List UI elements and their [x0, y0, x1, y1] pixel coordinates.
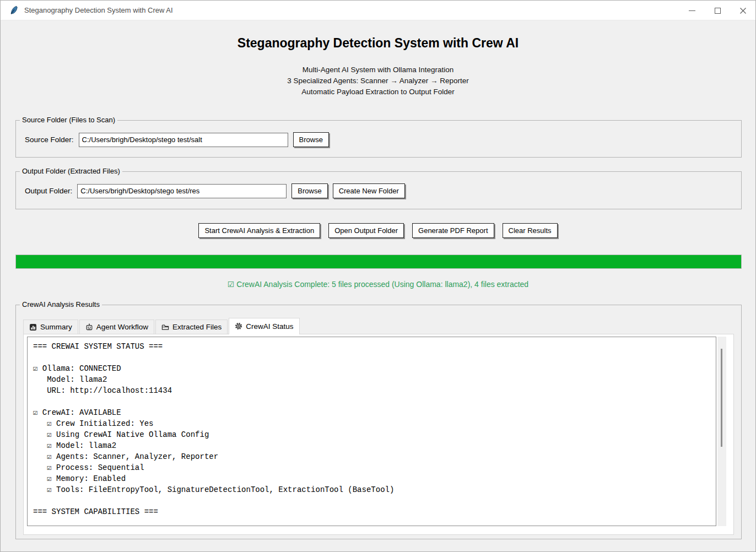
page-subtitle: Multi-Agent AI System with Ollama Integr…: [1, 64, 755, 98]
create-new-folder-button[interactable]: Create New Folder: [333, 183, 405, 198]
gear-icon: [235, 322, 242, 330]
close-icon: [739, 7, 747, 14]
tab-summary-label: Summary: [40, 323, 72, 331]
output-folder-input[interactable]: [77, 184, 287, 198]
window-title: Steganography Detection System with Crew…: [24, 6, 173, 14]
maximize-button[interactable]: [705, 1, 730, 20]
subtitle-line-3: Automatic Payload Extraction to Output F…: [1, 86, 755, 98]
app-window: Steganography Detection System with Crew…: [0, 0, 756, 552]
title-bar: Steganography Detection System with Crew…: [1, 1, 755, 20]
tab-row: Summary Agent Workflow: [23, 317, 734, 334]
folder-icon: [161, 323, 169, 331]
output-group-legend: Output Folder (Extracted Files): [20, 167, 122, 175]
vertical-scrollbar[interactable]: [717, 337, 726, 526]
output-folder-label: Output Folder:: [25, 187, 72, 195]
robot-icon: [85, 323, 93, 331]
crewai-status-text: === CREWAI SYSTEM STATUS === ☑ Ollama: C…: [33, 341, 710, 517]
subtitle-line-1: Multi-Agent AI System with Ollama Integr…: [1, 64, 755, 75]
source-folder-row: Source Folder: Browse: [25, 132, 329, 147]
results-notebook: Summary Agent Workflow: [23, 317, 734, 535]
source-folder-group: Source Folder (Files to Scan) Source Fol…: [15, 120, 742, 158]
results-group-legend: CrewAI Analysis Results: [20, 300, 102, 309]
output-browse-button[interactable]: Browse: [291, 183, 327, 198]
generate-pdf-report-button[interactable]: Generate PDF Report: [412, 223, 494, 238]
action-button-row: Start CrewAI Analysis & Extraction Open …: [1, 223, 755, 238]
progress-bar: [15, 255, 742, 269]
results-group: CrewAI Analysis Results Summary: [15, 305, 742, 539]
close-button[interactable]: [730, 1, 755, 20]
source-folder-label: Source Folder:: [25, 136, 74, 144]
page-title: Steganography Detection System with Crew…: [1, 36, 755, 51]
tab-crewai-status-label: CrewAI Status: [246, 322, 293, 331]
tab-agent-workflow[interactable]: Agent Workflow: [79, 320, 154, 334]
tab-pane: === CREWAI SYSTEM STATUS === ☑ Ollama: C…: [23, 334, 734, 535]
source-folder-input[interactable]: [79, 133, 288, 147]
open-output-folder-button[interactable]: Open Output Folder: [328, 223, 404, 238]
maximize-icon: [715, 8, 721, 14]
source-group-legend: Source Folder (Files to Scan): [20, 116, 117, 124]
source-browse-button[interactable]: Browse: [293, 132, 329, 147]
start-analysis-button[interactable]: Start CrewAI Analysis & Extraction: [198, 223, 320, 238]
tab-agent-workflow-label: Agent Workflow: [96, 323, 148, 331]
tab-crewai-status[interactable]: CrewAI Status: [229, 318, 299, 334]
tab-summary[interactable]: Summary: [23, 320, 78, 334]
minimize-button[interactable]: [679, 1, 705, 20]
minimize-icon: [689, 10, 695, 11]
status-message: ☑ CrewAI Analysis Complete: 5 files proc…: [1, 280, 755, 289]
bar-chart-icon: [29, 323, 37, 331]
crewai-status-output[interactable]: === CREWAI SYSTEM STATUS === ☑ Ollama: C…: [27, 337, 716, 526]
output-folder-group: Output Folder (Extracted Files) Output F…: [15, 171, 742, 209]
progress-bar-fill: [16, 255, 741, 268]
clear-results-button[interactable]: Clear Results: [503, 223, 558, 238]
python-feather-icon: [8, 5, 19, 16]
subtitle-line-2: 3 Specialized Agents: Scanner → Analyzer…: [1, 75, 755, 86]
tab-extracted-files-label: Extracted Files: [172, 323, 222, 331]
scrollbar-thumb[interactable]: [721, 349, 722, 447]
output-folder-row: Output Folder: Browse Create New Folder: [25, 183, 405, 198]
tab-extracted-files[interactable]: Extracted Files: [155, 320, 228, 334]
window-controls: [679, 1, 755, 20]
